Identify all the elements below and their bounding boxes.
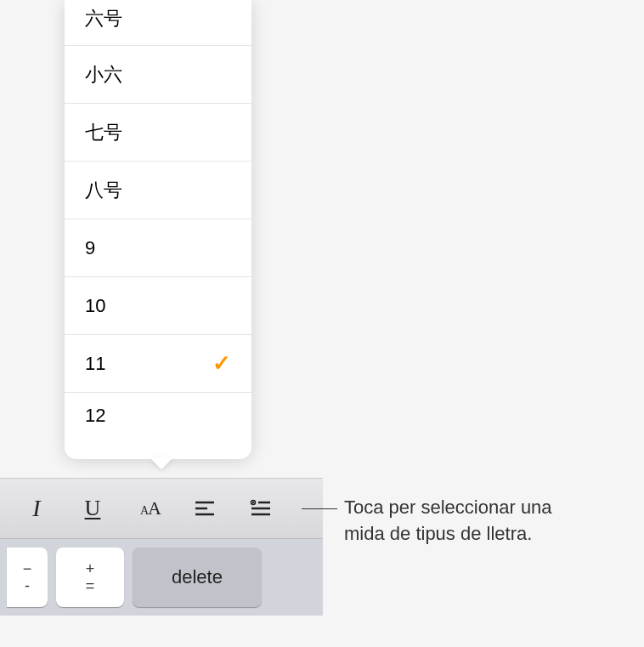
- callout-text-line2: mida de tipus de lletra.: [327, 521, 552, 548]
- font-size-option[interactable]: 小六: [65, 46, 251, 104]
- delete-key[interactable]: delete: [133, 548, 262, 607]
- italic-icon: I: [32, 495, 40, 522]
- font-size-label: 9: [85, 237, 95, 259]
- callout-annotation: Toca per seleccionar una mida de tipus d…: [327, 495, 552, 548]
- font-size-option[interactable]: 9: [65, 219, 251, 277]
- align-button[interactable]: [178, 488, 231, 529]
- format-toolbar: I U A A: [0, 478, 323, 539]
- svg-text:A: A: [148, 497, 161, 519]
- key-label-bottom: =: [86, 578, 95, 593]
- font-size-popover: 六号 小六 七号 八号 9 10 11 ✓ 12: [65, 0, 251, 459]
- font-size-button[interactable]: A A: [122, 488, 175, 529]
- font-size-option-selected[interactable]: 11 ✓: [65, 335, 251, 393]
- plus-key[interactable]: + =: [56, 548, 124, 607]
- font-size-label: 八号: [85, 178, 122, 203]
- font-size-label: 11: [85, 353, 105, 375]
- font-size-label: 10: [85, 295, 105, 317]
- keyboard-row: − - + = delete: [0, 539, 323, 616]
- underline-button[interactable]: U: [66, 488, 119, 529]
- font-size-label: 六号: [85, 6, 122, 31]
- key-label: delete: [172, 566, 223, 588]
- key-label-top: +: [86, 561, 95, 576]
- key-label-top: −: [23, 561, 32, 576]
- font-size-icon: A A: [136, 496, 161, 521]
- font-size-label: 小六: [85, 62, 122, 88]
- font-size-label: 12: [85, 405, 105, 427]
- font-size-list: 六号 小六 七号 八号 9 10 11 ✓ 12: [65, 0, 251, 459]
- indent-button[interactable]: [234, 488, 287, 529]
- align-left-icon: [192, 496, 217, 521]
- callout-text-line1: Toca per seleccionar una: [327, 495, 552, 521]
- italic-button[interactable]: I: [10, 488, 63, 529]
- font-size-option[interactable]: 七号: [65, 104, 251, 162]
- font-size-label: 七号: [85, 120, 122, 145]
- font-size-option[interactable]: 八号: [65, 162, 251, 219]
- font-size-option[interactable]: 10: [65, 277, 251, 335]
- popover-arrow-icon: [150, 457, 173, 469]
- checkmark-icon: ✓: [212, 350, 231, 377]
- underline-icon: U: [85, 496, 101, 521]
- font-size-option[interactable]: 六号: [65, 0, 251, 46]
- indent-icon: [248, 496, 274, 521]
- key-label-bottom: -: [25, 578, 30, 593]
- minus-key[interactable]: − -: [7, 548, 48, 607]
- font-size-option[interactable]: 12: [65, 393, 251, 432]
